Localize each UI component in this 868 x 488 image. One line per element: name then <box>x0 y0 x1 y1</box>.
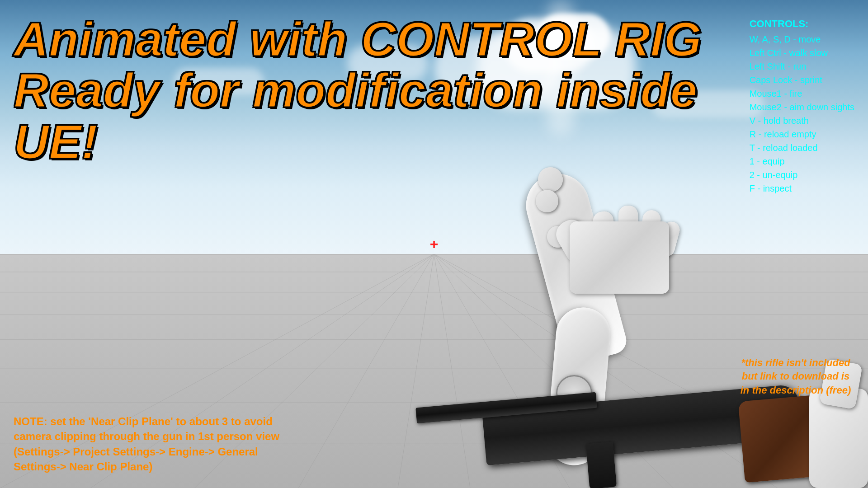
svg-line-12 <box>298 254 434 488</box>
control-item-breath: V - hold breath <box>750 114 854 127</box>
rifle-note: *this rifle isn't included but link to d… <box>737 356 854 398</box>
game-viewport: Animated with CONTROL RIG Ready for modi… <box>0 0 868 488</box>
weapon-area <box>461 136 868 488</box>
title-line1: Animated with CONTROL RIG <box>14 14 741 65</box>
control-item-walk: Left Ctrl - walk slow <box>750 46 854 60</box>
control-item-sprint: Caps Lock - sprint <box>750 73 854 87</box>
robot-knuckle-1 <box>538 167 563 192</box>
control-item-fire: Mouse1 - fire <box>750 87 854 100</box>
robot-hand-palm <box>506 194 651 285</box>
controls-heading: CONTROLS: <box>750 18 854 30</box>
robot-palm-base <box>570 221 669 294</box>
control-item-move: W, A, S, D - move <box>750 33 854 46</box>
bottom-note: NOTE: set the 'Near Clip Plane' to about… <box>14 414 285 474</box>
control-item-ads: Mouse2 - aim down sights <box>750 100 854 114</box>
svg-line-13 <box>398 254 434 488</box>
rifle-magazine <box>586 442 617 488</box>
control-item-run: Left Shift - run <box>750 60 854 73</box>
crosshair: + <box>430 237 439 251</box>
